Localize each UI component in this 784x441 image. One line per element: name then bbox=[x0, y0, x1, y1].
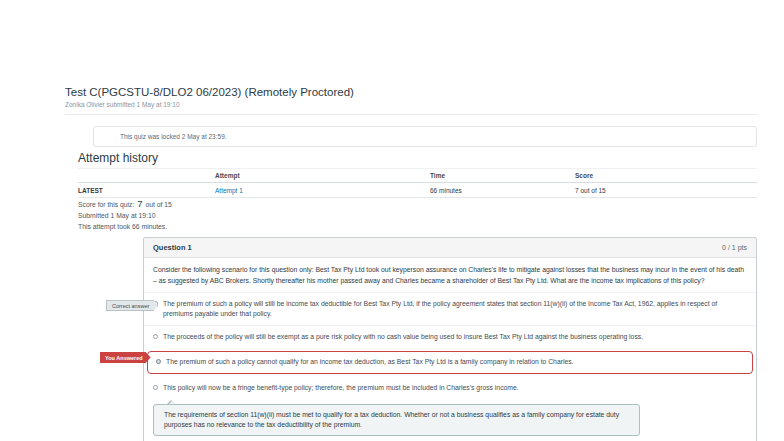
column-attempt: Attempt bbox=[215, 169, 430, 183]
answer-option: This policy will now be a fringe benefit… bbox=[144, 377, 756, 399]
attempt-summary: Score for this quiz: 7 out of 15 Submitt… bbox=[78, 200, 172, 234]
submitted-line: Submitted 1 May at 19:10 bbox=[78, 212, 172, 221]
header-divider bbox=[65, 114, 757, 115]
answer-text: The premium of such a policy will still … bbox=[163, 299, 746, 319]
page-title: Test C(PGCSTU-8/DLO2 06/2023) (Remotely … bbox=[65, 86, 354, 98]
answer-text: This policy will now be a fringe benefit… bbox=[163, 383, 519, 393]
question-text: Consider the following scenario for this… bbox=[153, 265, 746, 286]
column-score: Score bbox=[575, 169, 757, 183]
column-blank bbox=[78, 169, 215, 183]
question-header: Question 1 0 / 1 pts bbox=[144, 238, 756, 258]
attempt-score: 7 out of 15 bbox=[575, 183, 757, 198]
attempt-1-link[interactable]: Attempt 1 bbox=[215, 187, 243, 194]
score-label: Score for this quiz: bbox=[78, 201, 134, 208]
attempt-history-heading: Attempt history bbox=[78, 151, 158, 165]
score-suffix: out of 15 bbox=[145, 201, 171, 208]
answer-list: The premium of such a policy will still … bbox=[144, 292, 756, 399]
column-time: Time bbox=[430, 169, 575, 183]
you-answered-badge-label: You Answered bbox=[105, 355, 143, 361]
attempt-time: 66 minutes bbox=[430, 183, 575, 198]
duration-line: This attempt took 66 minutes. bbox=[78, 223, 172, 232]
radio-button-selected[interactable] bbox=[156, 359, 161, 364]
latest-label: LATEST bbox=[78, 183, 215, 198]
quiz-locked-text: This quiz was locked 2 May at 23:59. bbox=[120, 133, 227, 140]
answer-text: The proceeds of the policy will still be… bbox=[163, 332, 643, 342]
question-points: 0 / 1 pts bbox=[722, 244, 747, 251]
question-card: Question 1 0 / 1 pts Consider the follow… bbox=[143, 237, 757, 441]
submission-subtitle: Zonika Olivier submitted 1 May at 19:10 bbox=[65, 101, 180, 108]
quiz-locked-notice: This quiz was locked 2 May at 23:59. bbox=[93, 126, 757, 147]
you-answered-badge: You Answered bbox=[100, 352, 151, 363]
score-line: Score for this quiz: 7 out of 15 bbox=[78, 200, 172, 210]
answer-option-selected-incorrect: The premium of such a policy cannot qual… bbox=[147, 351, 753, 374]
answer-option-correct: The premium of such a policy will still … bbox=[144, 293, 756, 325]
quiz-results-page: Test C(PGCSTU-8/DLO2 06/2023) (Remotely … bbox=[0, 0, 784, 441]
table-header-row: Attempt Time Score bbox=[78, 169, 757, 183]
table-row-latest: LATEST Attempt 1 66 minutes 7 out of 15 bbox=[78, 183, 757, 198]
radio-button[interactable] bbox=[153, 334, 158, 339]
explanation-text: The requirements of section 11(w)(ii) mu… bbox=[164, 411, 619, 428]
correct-answer-badge: Correct answer bbox=[106, 300, 158, 311]
answer-explanation-callout: The requirements of section 11(w)(ii) mu… bbox=[153, 404, 640, 436]
attempt-history-table: Attempt Time Score LATEST Attempt 1 66 m… bbox=[78, 168, 757, 198]
radio-button[interactable] bbox=[153, 385, 158, 390]
correct-answer-badge-label: Correct answer bbox=[112, 303, 149, 309]
answer-text: The premium of such a policy cannot qual… bbox=[166, 357, 574, 367]
question-title: Question 1 bbox=[153, 243, 192, 252]
score-value: 7 bbox=[136, 198, 143, 209]
answer-option: The proceeds of the policy will still be… bbox=[144, 325, 756, 348]
